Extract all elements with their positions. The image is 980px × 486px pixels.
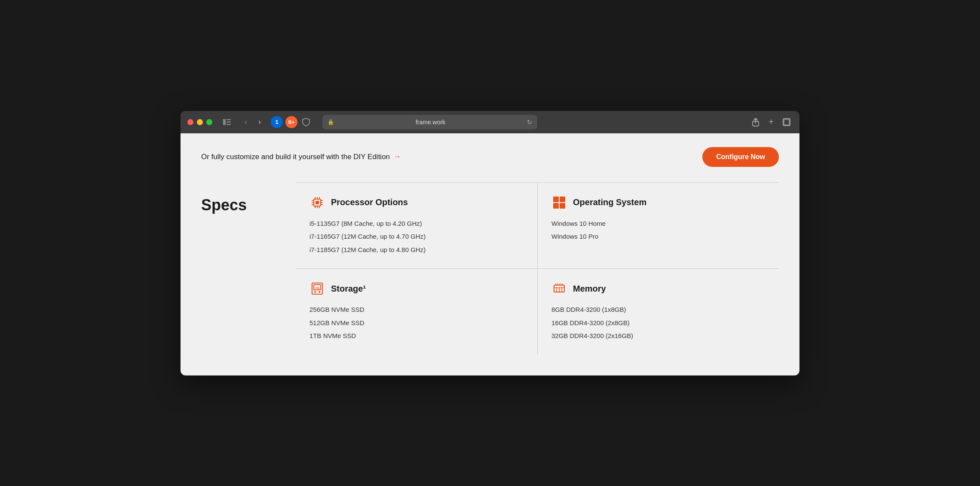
list-item: i5-1135G7 (8M Cache, up to 4.20 GHz) <box>309 219 524 229</box>
list-item: 256GB NVMe SSD <box>309 305 524 315</box>
diy-text: Or fully customize and build it yourself… <box>201 152 401 161</box>
svg-rect-2 <box>227 121 231 123</box>
share-button[interactable] <box>750 116 762 128</box>
forward-button[interactable]: › <box>254 116 266 128</box>
list-item: Windows 10 Pro <box>551 232 765 242</box>
browser-titlebar: ‹ › 1 B+ 🔒 frame.work ↻ + <box>181 111 799 133</box>
close-button[interactable] <box>187 119 193 125</box>
svg-point-28 <box>314 291 316 293</box>
new-tab-button[interactable]: + <box>765 116 777 128</box>
svg-text:1TB: 1TB <box>315 287 320 289</box>
processor-title: Processor Options <box>331 197 408 207</box>
list-item: 1TB NVMe SSD <box>309 331 524 341</box>
svg-rect-21 <box>553 197 559 202</box>
svg-rect-6 <box>784 120 789 125</box>
svg-rect-24 <box>560 203 565 209</box>
browser-content: Or fully customize and build it yourself… <box>181 133 799 375</box>
processor-spec-card: Processor Options i5-1135G7 (8M Cache, u… <box>296 182 537 269</box>
svg-rect-23 <box>553 203 559 209</box>
svg-rect-3 <box>227 124 231 125</box>
svg-rect-8 <box>315 201 319 204</box>
memory-spec-card: Memory 8GB DDR4-3200 (1x8GB) 16GB DDR4-3… <box>537 268 779 355</box>
processor-items: i5-1135G7 (8M Cache, up to 4.20 GHz) i7-… <box>309 219 524 255</box>
list-item: 16GB DDR4-3200 (2x8GB) <box>551 318 765 328</box>
shield-extension[interactable] <box>300 116 312 128</box>
storage-title: Storage¹ <box>331 284 366 294</box>
os-items: Windows 10 Home Windows 10 Pro <box>551 219 765 242</box>
tab-overview-button[interactable] <box>781 116 793 128</box>
specs-grid: Processor Options i5-1135G7 (8M Cache, u… <box>296 182 779 355</box>
memory-header: Memory <box>551 281 765 296</box>
processor-header: Processor Options <box>309 195 524 210</box>
os-header: Operating System <box>551 195 765 210</box>
storage-header: 1TB Storage¹ <box>309 281 524 296</box>
memory-icon <box>551 281 567 296</box>
storage-icon: 1TB <box>309 281 325 296</box>
svg-rect-1 <box>227 119 231 120</box>
back-button[interactable]: ‹ <box>240 116 252 128</box>
diy-label: Or fully customize and build it yourself… <box>201 153 390 161</box>
svg-point-29 <box>318 291 320 293</box>
browser-extensions: 1 B+ <box>271 116 312 128</box>
processor-icon <box>309 195 325 210</box>
titlebar-right-actions: + <box>750 116 793 128</box>
specs-title: Specs <box>201 182 296 214</box>
os-icon <box>551 195 567 210</box>
os-spec-card: Operating System Windows 10 Home Windows… <box>537 182 779 269</box>
memory-items: 8GB DDR4-3200 (1x8GB) 16GB DDR4-3200 (2x… <box>551 305 765 341</box>
specs-title-container: Specs <box>201 182 296 355</box>
configure-now-button[interactable]: Configure Now <box>702 147 779 167</box>
list-item: Windows 10 Home <box>551 219 765 229</box>
list-item: i7-1185G7 (12M Cache, up to 4.80 GHz) <box>309 245 524 255</box>
nav-buttons: ‹ › <box>240 116 266 128</box>
traffic-lights <box>187 119 212 125</box>
svg-rect-22 <box>560 197 565 202</box>
memory-title: Memory <box>573 284 606 294</box>
svg-rect-0 <box>223 119 226 125</box>
refresh-button[interactable]: ↻ <box>527 119 532 126</box>
1password-extension[interactable]: 1 <box>271 116 283 128</box>
url-text: frame.work <box>337 119 524 126</box>
list-item: i7-1165G7 (12M Cache, up to 4.70 GHz) <box>309 232 524 242</box>
storage-items: 256GB NVMe SSD 512GB NVMe SSD 1TB NVMe S… <box>309 305 524 341</box>
list-item: 32GB DDR4-3200 (2x16GB) <box>551 331 765 341</box>
address-bar[interactable]: 🔒 frame.work ↻ <box>322 115 537 129</box>
brave-extension[interactable]: B+ <box>285 116 297 128</box>
minimize-button[interactable] <box>197 119 203 125</box>
list-item: 512GB NVMe SSD <box>309 318 524 328</box>
specs-section: Specs <box>201 182 779 355</box>
lock-icon: 🔒 <box>328 119 334 125</box>
diy-arrow-icon: → <box>393 152 401 161</box>
browser-window: ‹ › 1 B+ 🔒 frame.work ↻ + <box>181 111 799 375</box>
storage-spec-card: 1TB Storage¹ 256GB NVMe SSD 512GB NVMe S… <box>296 268 537 355</box>
sidebar-toggle-button[interactable] <box>221 116 233 128</box>
list-item: 8GB DDR4-3200 (1x8GB) <box>551 305 765 315</box>
diy-banner: Or fully customize and build it yourself… <box>201 147 779 179</box>
maximize-button[interactable] <box>206 119 212 125</box>
os-title: Operating System <box>573 197 646 207</box>
